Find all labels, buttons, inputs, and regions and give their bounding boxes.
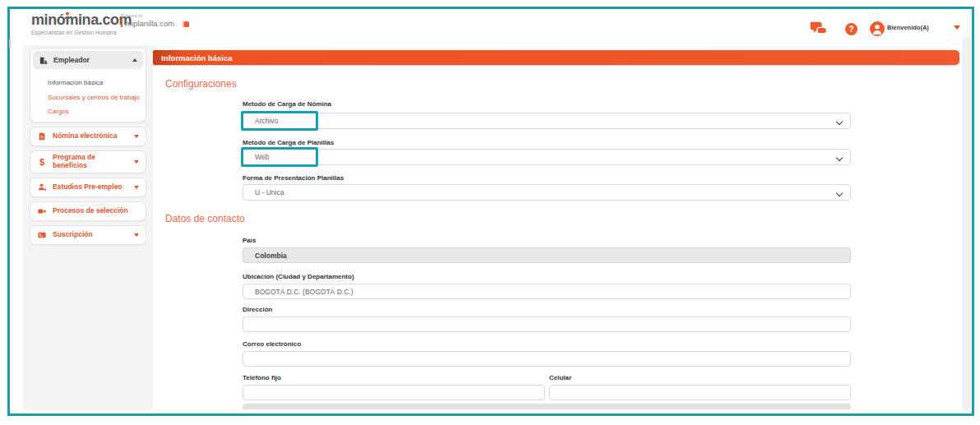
sidebar-item-programa-beneficios[interactable]: $ Programa de beneficios xyxy=(30,150,146,173)
field-label-pais: País xyxy=(243,237,256,244)
field-label-direccion: Dirección xyxy=(243,306,272,313)
chevron-down-icon xyxy=(134,135,139,138)
sidebar-item-estudios-pre-empleo[interactable]: Estudios Pre-empleo xyxy=(30,178,146,197)
field-label-metodo-nomina: Metodo de Carga de Nómina xyxy=(243,100,331,108)
dollar-icon: $ xyxy=(37,157,47,167)
content-scrollbar[interactable] xyxy=(962,37,971,409)
chevron-down-icon xyxy=(836,118,843,125)
chevron-down-icon xyxy=(134,186,139,189)
user-menu-caret-icon[interactable] xyxy=(954,25,960,30)
section-heading-datos-contacto: Datos de contacto xyxy=(165,213,245,224)
sidebar-subitem-informacion-basica[interactable]: Información básica xyxy=(48,79,141,87)
menu-toggle-icon[interactable] xyxy=(183,21,189,27)
select-forma-presentacion[interactable]: U - Unica xyxy=(243,184,851,201)
input-celular[interactable] xyxy=(549,385,851,400)
sidebar-item-procesos-seleccion[interactable]: Procesos de selección xyxy=(30,201,146,221)
chat-icon[interactable] xyxy=(809,21,828,39)
field-label-ubicacion: Ubicación (Ciudad y Departamento) xyxy=(243,273,354,280)
person-icon xyxy=(37,182,47,192)
input-direccion[interactable] xyxy=(243,316,851,332)
chevron-down-icon xyxy=(134,160,139,164)
field-label-metodo-planillas: Metodo de Carga de Planillas xyxy=(243,139,334,146)
clipped-next-field xyxy=(243,404,851,409)
field-label-forma-presentacion: Forma de Presentación Planillas xyxy=(243,174,344,182)
partner-name: miplanilla.com xyxy=(125,19,174,28)
chevron-down-icon xyxy=(836,190,843,196)
brand-logo[interactable]: minómina.com Especialistas en Gestión Hu… xyxy=(31,12,132,35)
partner-brand[interactable]: Powered by miplanilla.com xyxy=(121,14,174,28)
powered-by-label: Powered by xyxy=(121,14,174,18)
input-ubicacion[interactable]: BOGOTÁ D.C. (BOGOTÁ D.C.) xyxy=(243,284,851,299)
invoice-icon xyxy=(37,132,47,141)
input-pais: Colombia xyxy=(243,247,851,263)
chevron-down-icon xyxy=(134,233,139,237)
sidebar-group-empleador: Empleador Información básica Sucursales … xyxy=(30,48,146,122)
field-label-celular: Celular xyxy=(549,374,571,381)
page-title-bar: Información básica xyxy=(153,50,959,65)
sidebar: Empleador Información básica Sucursales … xyxy=(23,45,153,409)
partner-accent-bar xyxy=(121,20,122,27)
chevron-up-icon xyxy=(132,58,137,62)
sidebar-subitem-cargos[interactable]: Cargos xyxy=(48,108,141,116)
chevron-down-icon xyxy=(836,155,843,161)
left-scrollbar-fragment xyxy=(9,39,11,49)
help-icon[interactable]: ? xyxy=(845,23,858,35)
avatar-icon[interactable] xyxy=(870,21,885,39)
section-heading-configuraciones: Configuraciones xyxy=(165,78,237,90)
brand-name: minómina.com xyxy=(31,12,132,29)
logo-person-icon xyxy=(64,8,71,23)
sidebar-item-empleador[interactable]: Empleador xyxy=(33,51,143,69)
welcome-text: Bienvenido(A) xyxy=(887,24,929,31)
sidebar-item-nomina-electronica[interactable]: Nómina electrónica xyxy=(30,127,146,146)
building-person-icon xyxy=(39,56,49,65)
field-label-telefono-fijo: Teléfono fijo xyxy=(243,374,281,381)
sidebar-item-suscripcion[interactable]: Suscripción xyxy=(30,225,146,245)
page-title: Información básica xyxy=(153,53,233,62)
video-camera-icon xyxy=(37,207,47,215)
input-telefono-fijo[interactable] xyxy=(243,385,545,400)
sidebar-subitem-sucursales[interactable]: Sucursales y centros de trabajo xyxy=(48,94,141,102)
field-label-correo: Correo electrónico xyxy=(243,340,301,348)
sidebar-item-label: Empleador xyxy=(53,56,90,64)
id-card-icon xyxy=(37,231,47,239)
input-correo[interactable] xyxy=(243,351,851,367)
select-metodo-carga-nomina[interactable]: Archivo xyxy=(243,113,851,129)
select-metodo-carga-planillas[interactable]: Web xyxy=(243,149,851,165)
brand-tagline: Especialistas en Gestión Humana xyxy=(31,30,132,35)
